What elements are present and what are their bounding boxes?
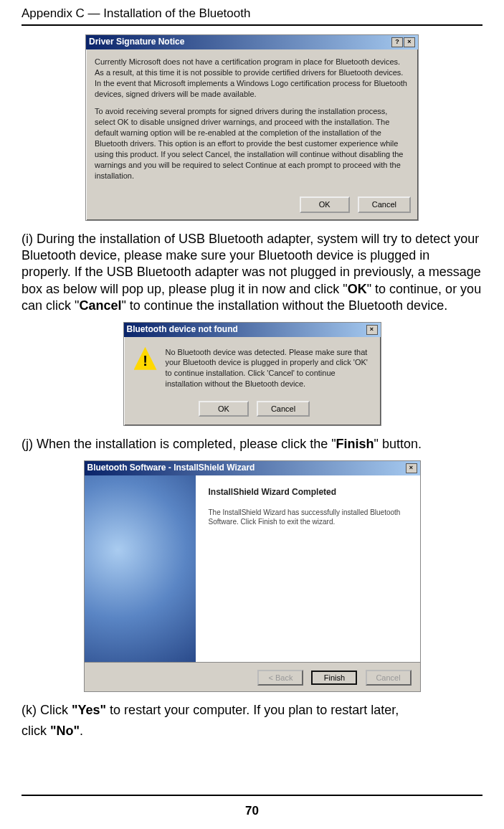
wizard-globe-image <box>85 475 196 662</box>
header-title: Appendix C — Installation of the Bluetoo… <box>22 6 250 20</box>
paragraph-j: (j) When the installation is completed, … <box>0 433 504 453</box>
dialog-titlebar: Bluetooth device not found × <box>124 323 381 337</box>
dialog-text-2: To avoid receiving several prompts for s… <box>95 106 409 181</box>
back-button[interactable]: < Back <box>257 670 303 686</box>
cancel-button[interactable]: Cancel <box>257 401 310 417</box>
dialog-titlebar: Driver Signature Notice ? × <box>86 35 418 49</box>
paragraph-k-line2: click "No". <box>0 719 504 739</box>
dialog-titlebar: Bluetooth Software - InstallShield Wizar… <box>85 461 420 475</box>
page-number: 70 <box>245 804 259 818</box>
ok-button[interactable]: OK <box>300 196 350 212</box>
help-icon[interactable]: ? <box>391 37 403 47</box>
dialog-message: No Bluetooth device was detected. Please… <box>166 347 371 389</box>
close-icon[interactable]: × <box>366 325 378 335</box>
dialog-title: Driver Signature Notice <box>89 37 184 48</box>
dialog-text-1: Currently Microsoft does not have a cert… <box>95 57 409 99</box>
cancel-button[interactable]: Cancel <box>366 670 412 686</box>
page-footer: 70 <box>0 792 504 819</box>
installshield-complete-dialog: Bluetooth Software - InstallShield Wizar… <box>84 460 421 692</box>
warning-icon <box>134 347 157 370</box>
cancel-button[interactable]: Cancel <box>358 196 411 212</box>
wizard-heading: InstallShield Wizard Completed <box>209 487 407 498</box>
paragraph-i: (i) During the installation of USB Bluet… <box>0 228 504 315</box>
finish-button[interactable]: Finish <box>311 671 357 685</box>
driver-signature-dialog: Driver Signature Notice ? × Currently Mi… <box>85 34 419 221</box>
dialog-title: Bluetooth device not found <box>127 324 238 336</box>
ok-button[interactable]: OK <box>199 401 249 417</box>
close-icon[interactable]: × <box>404 37 415 47</box>
bluetooth-not-found-dialog: Bluetooth device not found × No Bluetoot… <box>123 322 381 427</box>
wizard-message: The InstallShield Wizard has successfull… <box>209 508 407 526</box>
paragraph-k: (k) Click "Yes" to restart your computer… <box>0 699 504 719</box>
close-icon[interactable]: × <box>406 463 417 473</box>
dialog-title: Bluetooth Software - InstallShield Wizar… <box>87 463 255 474</box>
page-header: Appendix C — Installation of the Bluetoo… <box>0 0 504 27</box>
